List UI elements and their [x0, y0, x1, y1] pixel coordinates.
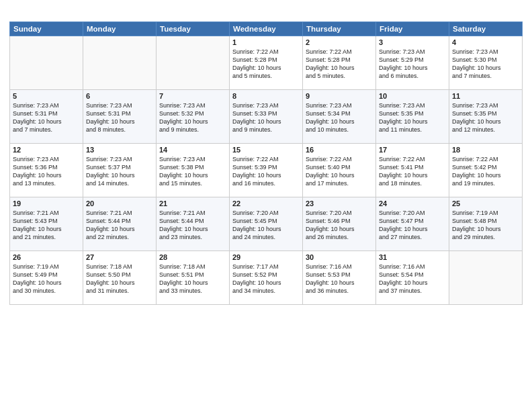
day-number: 31 — [379, 253, 446, 261]
calendar-cell: 15Sunrise: 7:22 AM Sunset: 5:39 PM Dayli… — [230, 143, 303, 197]
day-number: 24 — [379, 199, 446, 208]
weekday-header-saturday: Saturday — [449, 21, 523, 36]
day-number: 18 — [452, 146, 519, 154]
day-info: Sunrise: 7:22 AM Sunset: 5:28 PM Dayligh… — [306, 48, 373, 81]
day-number: 28 — [159, 253, 226, 261]
day-info: Sunrise: 7:23 AM Sunset: 5:32 PM Dayligh… — [159, 101, 226, 134]
day-info: Sunrise: 7:19 AM Sunset: 5:48 PM Dayligh… — [452, 209, 519, 242]
calendar-cell: 3Sunrise: 7:23 AM Sunset: 5:29 PM Daylig… — [376, 36, 449, 89]
day-info: Sunrise: 7:22 AM Sunset: 5:41 PM Dayligh… — [379, 155, 446, 188]
weekday-header-monday: Monday — [83, 21, 157, 36]
calendar-cell: 14Sunrise: 7:23 AM Sunset: 5:38 PM Dayli… — [157, 143, 230, 197]
calendar-cell — [10, 36, 83, 89]
calendar-cell: 30Sunrise: 7:16 AM Sunset: 5:53 PM Dayli… — [303, 250, 376, 304]
day-number: 29 — [232, 253, 300, 261]
day-number: 20 — [86, 199, 153, 208]
calendar-cell: 22Sunrise: 7:20 AM Sunset: 5:45 PM Dayli… — [230, 197, 303, 250]
day-number: 16 — [306, 146, 373, 154]
calendar-week-2: 5Sunrise: 7:23 AM Sunset: 5:31 PM Daylig… — [10, 89, 523, 143]
day-info: Sunrise: 7:21 AM Sunset: 5:44 PM Dayligh… — [86, 209, 153, 242]
calendar-cell: 25Sunrise: 7:19 AM Sunset: 5:48 PM Dayli… — [449, 197, 523, 250]
day-number: 5 — [13, 92, 80, 100]
weekday-header-friday: Friday — [376, 21, 449, 36]
calendar-cell: 7Sunrise: 7:23 AM Sunset: 5:32 PM Daylig… — [157, 89, 230, 143]
day-info: Sunrise: 7:20 AM Sunset: 5:46 PM Dayligh… — [306, 209, 373, 242]
calendar-cell: 19Sunrise: 7:21 AM Sunset: 5:43 PM Dayli… — [10, 197, 83, 250]
day-info: Sunrise: 7:23 AM Sunset: 5:35 PM Dayligh… — [379, 101, 446, 134]
day-info: Sunrise: 7:22 AM Sunset: 5:42 PM Dayligh… — [452, 155, 519, 188]
day-info: Sunrise: 7:23 AM Sunset: 5:37 PM Dayligh… — [86, 155, 153, 188]
day-info: Sunrise: 7:19 AM Sunset: 5:49 PM Dayligh… — [13, 263, 80, 295]
day-number: 12 — [13, 146, 80, 154]
calendar-cell: 4Sunrise: 7:23 AM Sunset: 5:30 PM Daylig… — [449, 36, 523, 89]
day-number: 22 — [232, 199, 300, 208]
day-info: Sunrise: 7:21 AM Sunset: 5:43 PM Dayligh… — [13, 209, 80, 242]
day-number: 1 — [232, 38, 300, 46]
calendar-cell — [83, 36, 157, 89]
day-number: 15 — [232, 146, 300, 154]
day-number: 9 — [306, 92, 373, 100]
day-number: 19 — [13, 199, 80, 208]
day-info: Sunrise: 7:18 AM Sunset: 5:50 PM Dayligh… — [86, 263, 153, 295]
day-info: Sunrise: 7:21 AM Sunset: 5:44 PM Dayligh… — [159, 209, 226, 242]
calendar-cell: 17Sunrise: 7:22 AM Sunset: 5:41 PM Dayli… — [376, 143, 449, 197]
day-info: Sunrise: 7:23 AM Sunset: 5:33 PM Dayligh… — [232, 101, 300, 134]
calendar-week-3: 12Sunrise: 7:23 AM Sunset: 5:36 PM Dayli… — [10, 143, 523, 197]
calendar-cell: 29Sunrise: 7:17 AM Sunset: 5:52 PM Dayli… — [230, 250, 303, 304]
day-info: Sunrise: 7:23 AM Sunset: 5:29 PM Dayligh… — [379, 48, 446, 81]
day-number: 25 — [452, 199, 519, 208]
calendar-week-5: 26Sunrise: 7:19 AM Sunset: 5:49 PM Dayli… — [10, 250, 523, 304]
calendar-table: SundayMondayTuesdayWednesdayThursdayFrid… — [9, 21, 523, 305]
calendar-cell: 26Sunrise: 7:19 AM Sunset: 5:49 PM Dayli… — [10, 250, 83, 304]
day-number: 4 — [452, 38, 519, 46]
day-info: Sunrise: 7:20 AM Sunset: 5:47 PM Dayligh… — [379, 209, 446, 242]
calendar-cell: 1Sunrise: 7:22 AM Sunset: 5:28 PM Daylig… — [230, 36, 303, 89]
calendar-cell: 13Sunrise: 7:23 AM Sunset: 5:37 PM Dayli… — [83, 143, 157, 197]
calendar-cell: 2Sunrise: 7:22 AM Sunset: 5:28 PM Daylig… — [303, 36, 376, 89]
day-info: Sunrise: 7:18 AM Sunset: 5:51 PM Dayligh… — [159, 263, 226, 295]
calendar-cell: 12Sunrise: 7:23 AM Sunset: 5:36 PM Dayli… — [10, 143, 83, 197]
day-number: 17 — [379, 146, 446, 154]
day-number: 14 — [159, 146, 226, 154]
calendar-cell: 9Sunrise: 7:23 AM Sunset: 5:34 PM Daylig… — [303, 89, 376, 143]
calendar-cell — [157, 36, 230, 89]
day-number: 2 — [306, 38, 373, 46]
weekday-header-tuesday: Tuesday — [157, 21, 230, 36]
day-info: Sunrise: 7:23 AM Sunset: 5:35 PM Dayligh… — [452, 101, 519, 134]
calendar-cell: 5Sunrise: 7:23 AM Sunset: 5:31 PM Daylig… — [10, 89, 83, 143]
day-number: 6 — [86, 92, 153, 100]
day-info: Sunrise: 7:17 AM Sunset: 5:52 PM Dayligh… — [232, 263, 300, 295]
calendar-cell — [449, 250, 523, 304]
day-info: Sunrise: 7:23 AM Sunset: 5:38 PM Dayligh… — [159, 155, 226, 188]
day-info: Sunrise: 7:20 AM Sunset: 5:45 PM Dayligh… — [232, 209, 300, 242]
day-number: 21 — [159, 199, 226, 208]
calendar-cell: 10Sunrise: 7:23 AM Sunset: 5:35 PM Dayli… — [376, 89, 449, 143]
calendar-cell: 27Sunrise: 7:18 AM Sunset: 5:50 PM Dayli… — [83, 250, 157, 304]
day-number: 11 — [452, 92, 519, 100]
calendar-cell: 16Sunrise: 7:22 AM Sunset: 5:40 PM Dayli… — [303, 143, 376, 197]
day-info: Sunrise: 7:23 AM Sunset: 5:31 PM Dayligh… — [86, 101, 153, 134]
day-info: Sunrise: 7:16 AM Sunset: 5:53 PM Dayligh… — [306, 263, 373, 295]
day-info: Sunrise: 7:22 AM Sunset: 5:39 PM Dayligh… — [232, 155, 300, 188]
day-number: 13 — [86, 146, 153, 154]
weekday-header-row: SundayMondayTuesdayWednesdayThursdayFrid… — [10, 21, 523, 36]
weekday-header-wednesday: Wednesday — [230, 21, 303, 36]
calendar-cell: 31Sunrise: 7:16 AM Sunset: 5:54 PM Dayli… — [376, 250, 449, 304]
calendar-cell: 24Sunrise: 7:20 AM Sunset: 5:47 PM Dayli… — [376, 197, 449, 250]
calendar-cell: 21Sunrise: 7:21 AM Sunset: 5:44 PM Dayli… — [157, 197, 230, 250]
weekday-header-sunday: Sunday — [10, 21, 83, 36]
calendar-cell: 6Sunrise: 7:23 AM Sunset: 5:31 PM Daylig… — [83, 89, 157, 143]
day-number: 7 — [159, 92, 226, 100]
calendar-week-1: 1Sunrise: 7:22 AM Sunset: 5:28 PM Daylig… — [10, 36, 523, 89]
calendar-cell: 18Sunrise: 7:22 AM Sunset: 5:42 PM Dayli… — [449, 143, 523, 197]
calendar-cell: 11Sunrise: 7:23 AM Sunset: 5:35 PM Dayli… — [449, 89, 523, 143]
header: General Blue — [9, 7, 523, 17]
day-info: Sunrise: 7:23 AM Sunset: 5:30 PM Dayligh… — [452, 48, 519, 81]
day-info: Sunrise: 7:23 AM Sunset: 5:34 PM Dayligh… — [306, 101, 373, 134]
day-info: Sunrise: 7:23 AM Sunset: 5:36 PM Dayligh… — [13, 155, 80, 188]
day-number: 3 — [379, 38, 446, 46]
day-number: 30 — [306, 253, 373, 261]
day-info: Sunrise: 7:16 AM Sunset: 5:54 PM Dayligh… — [379, 263, 446, 295]
day-info: Sunrise: 7:22 AM Sunset: 5:28 PM Dayligh… — [232, 48, 300, 81]
day-info: Sunrise: 7:23 AM Sunset: 5:31 PM Dayligh… — [13, 101, 80, 134]
